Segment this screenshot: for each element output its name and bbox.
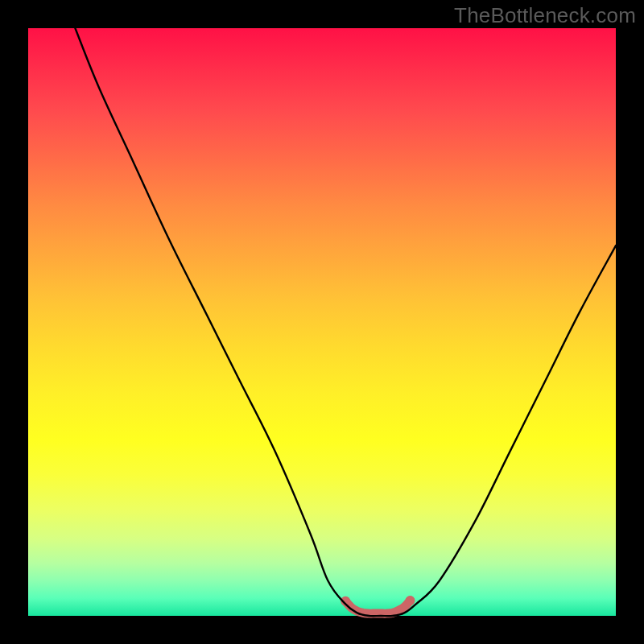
watermark-text: TheBottleneck.com	[454, 3, 636, 28]
curve-svg	[28, 28, 616, 616]
bottleneck-curve-path	[75, 28, 616, 616]
plot-area	[28, 28, 616, 616]
optimal-band-dot-right	[406, 596, 415, 605]
chart-frame: TheBottleneck.com	[0, 0, 644, 644]
